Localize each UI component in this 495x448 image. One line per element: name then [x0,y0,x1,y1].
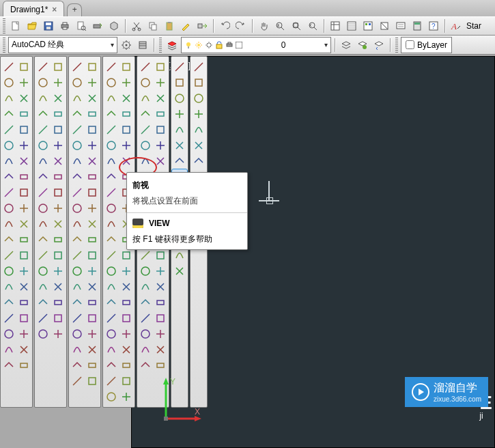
zoom-rt-button[interactable]: ± [272,18,287,33]
tool-button[interactable] [51,279,66,294]
tool-button[interactable] [191,154,206,169]
tool-button[interactable] [138,75,153,90]
tool-button[interactable] [119,59,134,74]
tool-button[interactable] [16,279,31,294]
tool-button[interactable] [172,107,187,122]
tool-button[interactable] [104,75,119,90]
tool-button[interactable] [172,91,187,106]
tool-button[interactable] [36,279,51,294]
tool-button[interactable] [138,342,153,357]
tool-button[interactable] [104,374,119,389]
tool-button[interactable] [191,122,206,137]
tool-button[interactable] [70,185,85,200]
new-tab-button[interactable]: + [67,3,82,16]
tool-button[interactable] [1,91,16,106]
layer-combo[interactable]: 0 ▾ [181,37,331,53]
tool-button[interactable] [104,232,119,247]
tool-button[interactable] [153,91,168,106]
tool-button[interactable] [1,216,16,232]
tool-button[interactable] [85,138,100,153]
tool-button[interactable] [36,232,51,247]
tool-button[interactable] [70,122,85,137]
tool-button[interactable] [138,295,153,310]
tool-button[interactable] [1,326,16,341]
tool-button[interactable] [119,389,134,404]
tool-button[interactable] [138,91,153,106]
tool-button[interactable] [70,232,85,247]
tool-button[interactable] [104,59,119,74]
tool-button[interactable] [153,326,168,341]
tool-button[interactable] [153,342,168,357]
tool-button[interactable] [1,264,16,279]
layer-manager-button[interactable] [165,38,180,53]
tool-button[interactable] [138,138,153,153]
zoom-window-button[interactable] [289,18,304,33]
tool-button[interactable] [104,326,119,341]
tool-button[interactable] [85,122,100,137]
tool-button[interactable] [16,358,31,373]
tool-button[interactable] [138,107,153,122]
tool-button[interactable] [70,91,85,106]
tool-button[interactable] [70,342,85,357]
tool-button[interactable] [16,122,31,137]
tool-button[interactable] [85,326,100,341]
tool-button[interactable] [1,232,16,247]
tool-button[interactable] [119,279,134,294]
tool-button[interactable] [1,122,16,137]
tool-button[interactable] [153,122,168,137]
tool-button[interactable] [51,169,66,184]
bylayer-checkbox[interactable] [406,40,414,49]
tool-button[interactable] [70,59,85,74]
tool-button[interactable] [153,75,168,90]
tool-button[interactable] [85,59,100,74]
toolbar-grip[interactable] [159,38,162,53]
tool-button[interactable] [70,216,85,232]
pan-button[interactable] [256,18,271,33]
tool-button[interactable] [119,358,134,373]
tool-button[interactable] [36,75,51,90]
tool-button[interactable] [85,232,100,247]
help-button[interactable]: ? [426,18,441,33]
tool-button[interactable] [138,279,153,294]
new-button[interactable] [8,18,23,33]
tool-button[interactable] [16,75,31,90]
tool-button[interactable] [16,216,31,232]
open-button[interactable] [25,18,40,33]
tool-button[interactable] [85,154,100,169]
tool-button[interactable] [172,154,187,169]
tool-button[interactable] [51,201,66,216]
tool-button[interactable] [85,374,100,389]
tool-button[interactable] [104,216,119,232]
tool-button[interactable] [104,201,119,216]
tool-button[interactable] [16,326,31,341]
tool-button[interactable] [16,185,31,200]
tool-button[interactable] [36,138,51,153]
tool-button[interactable] [70,358,85,373]
tool-button[interactable] [1,75,16,90]
tool-button[interactable] [104,311,119,326]
tool-button[interactable] [138,59,153,74]
tool-button[interactable] [191,75,206,90]
tool-button[interactable] [191,59,206,74]
tool-button[interactable] [172,248,187,263]
tool-button[interactable] [51,138,66,153]
tool-button[interactable] [85,342,100,357]
tool-button[interactable] [85,311,100,326]
tool-button[interactable] [153,138,168,153]
tool-button[interactable] [85,216,100,232]
document-tab-active[interactable]: Drawing1* × [3,1,64,16]
tool-button[interactable] [138,248,153,263]
tool-button[interactable] [36,264,51,279]
block-editor-button[interactable] [195,18,210,33]
tool-button[interactable] [16,91,31,106]
workspace-settings-button[interactable] [119,38,134,53]
tool-button[interactable] [119,374,134,389]
tool-button[interactable] [36,107,51,122]
tool-button[interactable] [172,264,187,279]
tool-button[interactable] [16,169,31,184]
tool-button[interactable] [138,358,153,373]
toolbar-grip[interactable] [3,18,5,33]
tool-button[interactable] [36,122,51,137]
tool-button[interactable] [119,264,134,279]
layer-iso-button[interactable] [355,38,370,53]
